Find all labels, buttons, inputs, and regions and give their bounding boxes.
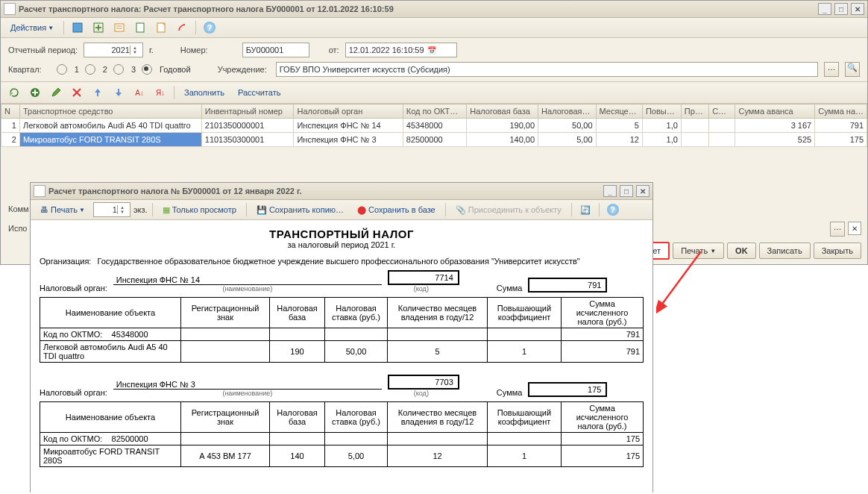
col-veh[interactable]: Транспортное средство bbox=[19, 104, 201, 119]
main-grid: N Транспортное средство Инвентарный номе… bbox=[1, 104, 867, 147]
report-subtitle: за налоговый период 2021 г. bbox=[40, 240, 644, 249]
preview-button[interactable]: ▦ Только просмотр bbox=[157, 202, 242, 217]
minimize-button[interactable]: _ bbox=[818, 3, 831, 15]
footer-buttons: Расчет Печать ▼ OK Записать Закрыть bbox=[626, 242, 861, 260]
save-copy-button[interactable]: 💾 Сохранить копию… bbox=[251, 202, 349, 217]
tb-icon-2[interactable] bbox=[89, 20, 107, 35]
year-suffix: г. bbox=[149, 46, 154, 54]
tb-icon-5[interactable] bbox=[152, 20, 170, 35]
org-input[interactable]: ГОБУ ВПО Университет искусств (Субсидия) bbox=[276, 62, 818, 77]
quarter-label: Квартал: bbox=[8, 65, 42, 74]
komm-label: Комм bbox=[8, 204, 29, 213]
help-button[interactable]: ? bbox=[201, 20, 218, 35]
org-value: Государственное образовательное бюджетно… bbox=[97, 257, 644, 266]
grid-toolbar: А↓ Я↓ Заполнить Рассчитать bbox=[1, 81, 867, 104]
fill-button[interactable]: Заполнить bbox=[179, 85, 230, 100]
tb-icon-3[interactable] bbox=[110, 20, 128, 35]
grid-sort-desc-icon[interactable]: Я↓ bbox=[151, 85, 169, 100]
doc-icon bbox=[4, 3, 16, 15]
tb-icon-4[interactable] bbox=[131, 20, 149, 35]
report-heading: ТРАНСПОРТНЫЙ НАЛОГ bbox=[40, 228, 644, 240]
copies-input[interactable]: 1▲▼ bbox=[93, 202, 130, 217]
period-label: Отчетный период: bbox=[8, 46, 78, 54]
tb-icon-6[interactable] bbox=[173, 20, 191, 35]
col-c[interactable]: С… bbox=[709, 104, 735, 119]
col-advance[interactable]: Сумма аванса bbox=[735, 104, 815, 119]
attach-button[interactable]: 📎 Присоединить к объекту bbox=[450, 202, 567, 217]
minimize-button[interactable]: _ bbox=[603, 185, 617, 197]
number-label: Номер: bbox=[180, 46, 208, 54]
isp-clear-button[interactable]: ✕ bbox=[848, 222, 861, 235]
doc-icon bbox=[34, 185, 45, 197]
from-label: от: bbox=[329, 46, 339, 54]
main-title: Расчет транспортного налога: Расчет тран… bbox=[19, 4, 394, 13]
col-inv[interactable]: Инвентарный номер bbox=[201, 104, 294, 119]
col-okt[interactable]: Код по ОКТ… bbox=[403, 104, 466, 119]
svg-rect-0 bbox=[73, 23, 82, 32]
save-button[interactable]: Записать bbox=[759, 243, 811, 259]
org-label: Организация: bbox=[40, 257, 91, 266]
svg-rect-3 bbox=[136, 23, 144, 32]
grid-up-icon[interactable] bbox=[89, 85, 107, 100]
col-rate[interactable]: Налоговая… bbox=[538, 104, 596, 119]
date-input[interactable]: 12.01.2022 16:10:59📅 bbox=[345, 43, 457, 57]
quarter-1-radio[interactable] bbox=[57, 64, 67, 75]
report-body: ТРАНСПОРТНЫЙ НАЛОГ за налоговый период 2… bbox=[31, 220, 652, 494]
main-titlebar: Расчет транспортного налога: Расчет тран… bbox=[1, 1, 867, 18]
grid-delete-icon[interactable] bbox=[68, 85, 86, 100]
report-titlebar: Расчет транспортного налога № БУ000001 о… bbox=[31, 183, 652, 200]
main-form: Отчетный период: 2021▲▼ г. Номер: БУ0000… bbox=[1, 38, 867, 81]
q1-label: 1 bbox=[75, 65, 79, 74]
print-button[interactable]: Печать ▼ bbox=[673, 243, 724, 259]
col-n[interactable]: N bbox=[1, 104, 20, 119]
svg-rect-2 bbox=[115, 24, 124, 31]
maximize-button[interactable]: □ bbox=[834, 3, 848, 15]
q2-label: 2 bbox=[103, 65, 107, 74]
main-toolbar: Действия ▼ ? bbox=[1, 18, 867, 38]
org-label: Учреждение: bbox=[218, 65, 267, 74]
grid-row[interactable]: 2Микроавтобус FORD TRANSIT 280S110135030… bbox=[1, 133, 867, 147]
grid-down-icon[interactable] bbox=[110, 85, 128, 100]
report-window: Расчет транспортного налога № БУ000001 о… bbox=[30, 182, 653, 493]
svg-rect-8 bbox=[97, 93, 98, 96]
maximize-button[interactable]: □ bbox=[620, 185, 633, 197]
col-coef[interactable]: Повы… bbox=[642, 104, 681, 119]
save-db-button[interactable]: ⬤ Сохранить в базе bbox=[352, 202, 441, 217]
close-button[interactable]: ✕ bbox=[636, 185, 650, 197]
svg-rect-9 bbox=[118, 89, 119, 93]
grid-row[interactable]: 1Легковой автомобиль Audi A5 40 TDI quat… bbox=[1, 119, 867, 133]
report-toolbar: 🖶 Печать ▼ 1▲▼ экз. ▦ Только просмотр 💾 … bbox=[31, 200, 652, 220]
isp-label: Испо bbox=[8, 224, 27, 233]
print-menu[interactable]: 🖶 Печать ▼ bbox=[35, 202, 90, 217]
col-months[interactable]: Месяце… bbox=[596, 104, 642, 119]
col-pr[interactable]: Пр… bbox=[681, 104, 708, 119]
grid-sort-asc-icon[interactable]: А↓ bbox=[130, 85, 148, 100]
report-title: Расчет транспортного налога № БУ000001 о… bbox=[48, 187, 302, 196]
tb-refresh-icon[interactable]: 🔄 bbox=[576, 202, 594, 217]
tb-icon-1[interactable] bbox=[69, 20, 87, 35]
help-button[interactable]: ? bbox=[604, 202, 622, 217]
org-lookup-button[interactable]: … bbox=[824, 62, 839, 77]
close-window-button[interactable]: Закрыть bbox=[814, 243, 861, 259]
col-base[interactable]: Налоговая база bbox=[467, 104, 538, 119]
grid-add-icon[interactable] bbox=[26, 85, 44, 100]
calculate-button[interactable]: Рассчитать bbox=[233, 85, 286, 100]
close-button[interactable]: ✕ bbox=[851, 3, 864, 15]
org-search-button[interactable]: 🔍 bbox=[845, 62, 860, 77]
col-taxorg[interactable]: Налоговый орган bbox=[294, 104, 403, 119]
year-input[interactable]: 2021▲▼ bbox=[84, 43, 143, 57]
grid-edit-icon[interactable] bbox=[47, 85, 65, 100]
grid-refresh-icon[interactable] bbox=[5, 85, 23, 100]
col-total[interactable]: Сумма на… bbox=[815, 104, 867, 119]
number-input[interactable]: БУ000001 bbox=[242, 43, 309, 57]
quarter-3-radio[interactable] bbox=[113, 64, 124, 75]
q3-label: 3 bbox=[131, 65, 136, 74]
isp-lookup-button[interactable]: … bbox=[830, 222, 845, 237]
qy-label: Годовой bbox=[160, 65, 191, 74]
ok-button[interactable]: OK bbox=[727, 243, 756, 259]
copies-label: экз. bbox=[133, 205, 148, 214]
quarter-2-radio[interactable] bbox=[85, 64, 95, 75]
actions-menu[interactable]: Действия ▼ bbox=[5, 20, 59, 35]
quarter-year-radio[interactable] bbox=[142, 64, 152, 75]
